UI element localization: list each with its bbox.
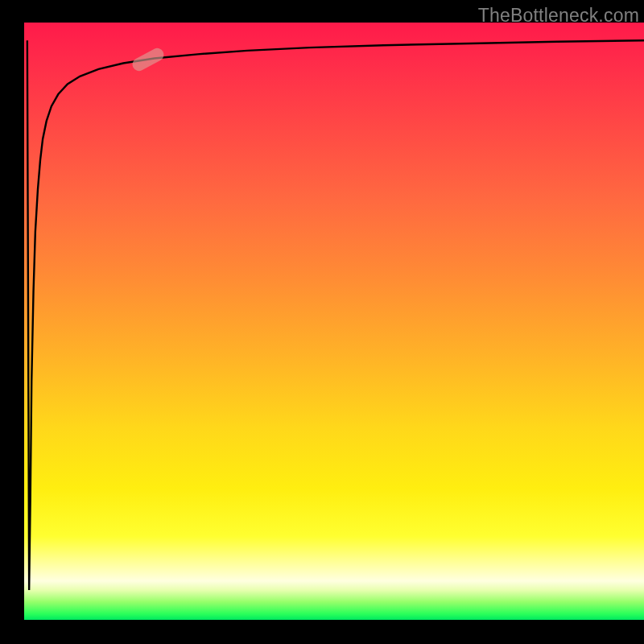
chart-container: TheBottleneck.com: [0, 0, 644, 644]
curve-svg: [24, 23, 644, 620]
plot-area: [24, 23, 644, 620]
bottleneck-curve: [27, 40, 644, 590]
